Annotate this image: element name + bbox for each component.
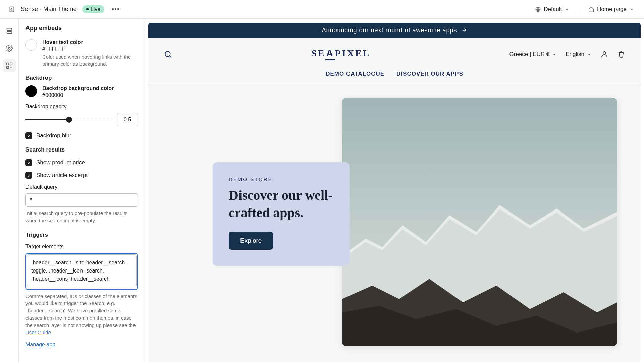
- target-elements-label: Target elements: [25, 244, 138, 250]
- preview-frame: Announcing our next round of awesome app…: [148, 23, 641, 362]
- hover-color-row[interactable]: Hover text color #FFFFFF Color used when…: [25, 39, 138, 67]
- language-select[interactable]: English: [566, 51, 592, 58]
- region-select[interactable]: Greece | EUR €: [509, 51, 557, 58]
- search-results-heading: Search results: [25, 146, 138, 153]
- rail-app-embeds-icon[interactable]: [3, 59, 16, 72]
- hero-card: DEMO STORE Discover our well-crafted app…: [213, 162, 350, 266]
- left-icon-rail: [0, 19, 19, 362]
- device-preview-select[interactable]: Default: [533, 4, 571, 15]
- target-elements-textarea[interactable]: [27, 254, 137, 287]
- show-excerpt-checkbox[interactable]: ✓: [25, 172, 32, 179]
- announcement-bar[interactable]: Announcing our next round of awesome app…: [148, 23, 641, 38]
- backdrop-blur-checkbox[interactable]: ✓: [25, 132, 32, 139]
- svg-rect-7: [6, 66, 8, 68]
- more-menu-icon[interactable]: •••: [110, 4, 122, 14]
- svg-point-9: [603, 52, 606, 54]
- opacity-value-input[interactable]: [117, 113, 138, 126]
- svg-rect-2: [7, 28, 12, 31]
- svg-point-4: [8, 47, 10, 49]
- triggers-heading: Triggers: [25, 232, 138, 238]
- hero-image: [342, 98, 617, 346]
- target-elements-help: Comma separated, IDs or classes of the e…: [25, 293, 138, 337]
- backdrop-color-row[interactable]: Backdrop background color #000000: [25, 85, 138, 98]
- site-header: SEAPIXEL Greece | EUR € English DEMO CAT…: [148, 38, 641, 84]
- globe-icon: [535, 6, 541, 12]
- hover-color-swatch[interactable]: [25, 39, 37, 51]
- hero-title: Discover our well-crafted apps.: [229, 187, 333, 222]
- user-guide-link[interactable]: User Guide: [25, 329, 51, 335]
- chevron-down-icon: [552, 52, 557, 57]
- hero-section: DEMO STORE Discover our well-crafted app…: [148, 84, 641, 111]
- sidebar-title: App embeds: [19, 19, 145, 35]
- theme-name: Sense - Main Theme: [21, 6, 77, 13]
- editor-topbar: Sense - Main Theme Live ••• Default Home…: [0, 0, 644, 19]
- svg-rect-6: [10, 63, 12, 65]
- page-select[interactable]: Home page: [586, 4, 636, 15]
- settings-sidebar: App embeds Hover text color #FFFFFF Colo…: [19, 19, 145, 362]
- chevron-down-icon: [565, 7, 569, 12]
- default-query-help: Initial search query to pre-populate the…: [25, 209, 138, 224]
- nav-demo-catalogue[interactable]: DEMO CATALOGUE: [326, 71, 384, 77]
- default-query-label: Default query: [25, 184, 138, 190]
- show-price-checkbox[interactable]: ✓: [25, 159, 32, 166]
- svg-rect-5: [6, 63, 8, 65]
- cart-icon[interactable]: [617, 50, 625, 58]
- hero-cta-button[interactable]: Explore: [229, 232, 273, 250]
- svg-point-8: [165, 51, 170, 56]
- rail-settings-icon[interactable]: [3, 42, 16, 55]
- live-badge: Live: [82, 5, 104, 13]
- home-icon: [588, 6, 594, 12]
- manage-app-link[interactable]: Manage app: [25, 342, 55, 348]
- backdrop-heading: Backdrop: [25, 75, 138, 81]
- chevron-down-icon: [629, 7, 634, 12]
- backdrop-color-swatch[interactable]: [25, 85, 37, 97]
- arrow-right-icon: [461, 27, 467, 33]
- rail-sections-icon[interactable]: [3, 24, 16, 38]
- opacity-label: Backdrop opacity: [25, 104, 138, 110]
- account-icon[interactable]: [600, 50, 608, 58]
- preview-area: Announcing our next round of awesome app…: [145, 19, 644, 362]
- exit-icon[interactable]: [8, 6, 15, 13]
- opacity-slider[interactable]: [25, 119, 112, 120]
- chevron-down-icon: [587, 52, 592, 57]
- hero-eyebrow: DEMO STORE: [229, 176, 333, 182]
- svg-rect-3: [7, 32, 12, 34]
- search-icon[interactable]: [164, 50, 172, 59]
- default-query-input[interactable]: [25, 193, 138, 207]
- brand-logo[interactable]: SEAPIXEL: [172, 48, 509, 60]
- nav-discover-apps[interactable]: DISCOVER OUR APPS: [396, 71, 463, 77]
